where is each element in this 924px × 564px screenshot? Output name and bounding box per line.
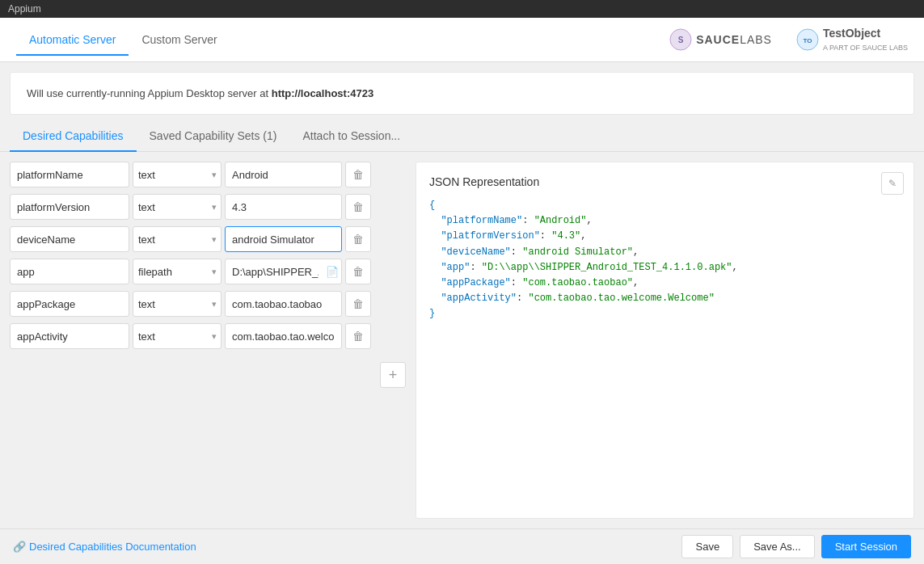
- delete-app-button[interactable]: 🗑: [345, 259, 371, 284]
- cap-type-apppackage[interactable]: textfilepathbooleannumber: [133, 291, 222, 317]
- cap-value-devicename[interactable]: [225, 226, 342, 252]
- main-content: textfilepathbooleannumber 🗑 textfilepath…: [0, 152, 924, 528]
- cap-type-wrapper-app: textfilepathbooleannumber: [133, 259, 222, 284]
- cap-type-wrapper-devicename: textfilepathbooleannumber: [133, 226, 222, 252]
- json-key-platformversion: "platformVersion": [441, 230, 539, 242]
- json-brace-open: {: [429, 200, 435, 211]
- cap-name-platformname[interactable]: [10, 162, 129, 187]
- cap-name-appactivity[interactable]: [10, 323, 129, 349]
- svg-text:TO: TO: [803, 37, 812, 44]
- capability-row-apppackage: textfilepathbooleannumber 🗑: [10, 291, 406, 317]
- cap-value-platformversion[interactable]: [225, 194, 342, 220]
- json-key-apppackage: "appPackage": [441, 277, 510, 288]
- sauce-labs-icon: S: [669, 28, 692, 51]
- json-key-platformname: "platformName": [441, 215, 522, 226]
- cap-name-app[interactable]: [10, 259, 129, 284]
- cap-type-wrapper-appactivity: textfilepathbooleannumber: [133, 323, 222, 349]
- server-tabs-bar: Automatic Server Custom Server S SAUCELA…: [0, 18, 924, 62]
- cap-type-devicename[interactable]: textfilepathbooleannumber: [133, 226, 222, 252]
- cap-value-app-container: 📄: [225, 259, 342, 284]
- json-val-devicename: "android Simulator": [522, 246, 633, 258]
- delete-apppackage-button[interactable]: 🗑: [345, 291, 371, 317]
- cap-name-apppackage[interactable]: [10, 291, 129, 317]
- tab-automatic-server[interactable]: Automatic Server: [16, 25, 129, 56]
- capabilities-panel: textfilepathbooleannumber 🗑 textfilepath…: [10, 162, 406, 519]
- save-button[interactable]: Save: [681, 535, 733, 558]
- json-key-devicename: "deviceName": [441, 246, 510, 258]
- cap-value-apppackage[interactable]: [225, 291, 342, 317]
- delete-platformname-button[interactable]: 🗑: [345, 162, 371, 187]
- save-as-button[interactable]: Save As...: [740, 535, 815, 558]
- json-key-app: "app": [441, 262, 470, 273]
- capability-tabs-bar: Desired Capabilities Saved Capability Se…: [0, 121, 924, 152]
- footer-buttons: Save Save As... Start Session: [681, 535, 911, 558]
- info-banner: Will use currently-running Appium Deskto…: [10, 72, 914, 115]
- tab-attach-to-session[interactable]: Attach to Session...: [289, 121, 413, 152]
- footer: 🔗 Desired Capabilities Documentation Sav…: [0, 528, 924, 564]
- cap-type-wrapper-platformversion: textfilepathbooleannumber: [133, 194, 222, 220]
- cap-name-platformversion[interactable]: [10, 194, 129, 220]
- json-val-app: "D:\\app\\SHIPPER_Android_TEST_4.1.1.0.a…: [482, 262, 732, 273]
- cap-type-platformversion[interactable]: textfilepathbooleannumber: [133, 194, 222, 220]
- sauce-labs-logo: S SAUCELABS: [669, 28, 772, 51]
- capability-row-platformname: textfilepathbooleannumber 🗑: [10, 162, 406, 187]
- start-session-button[interactable]: Start Session: [821, 535, 911, 558]
- add-capability-button[interactable]: +: [380, 362, 406, 388]
- file-browse-button[interactable]: 📄: [326, 266, 339, 278]
- json-panel: JSON Representation ✎ { "platformName": …: [416, 162, 914, 519]
- link-icon: 🔗: [13, 541, 26, 553]
- delete-platformversion-button[interactable]: 🗑: [345, 194, 371, 220]
- cap-value-appactivity[interactable]: [225, 323, 342, 349]
- delete-devicename-button[interactable]: 🗑: [345, 226, 371, 252]
- cap-value-platformname[interactable]: [225, 162, 342, 187]
- info-banner-text: Will use currently-running Appium Deskto…: [27, 87, 272, 99]
- capability-row-appactivity: textfilepathbooleannumber 🗑: [10, 323, 406, 349]
- app-container: Automatic Server Custom Server S SAUCELA…: [0, 18, 924, 564]
- add-capability-row: +: [10, 359, 406, 388]
- tab-saved-capability-sets[interactable]: Saved Capability Sets (1): [137, 121, 290, 152]
- json-title: JSON Representation: [429, 175, 901, 188]
- cap-type-wrapper-apppackage: textfilepathbooleannumber: [133, 291, 222, 317]
- cap-type-app[interactable]: textfilepathbooleannumber: [133, 259, 222, 284]
- testobject-icon: TO: [796, 28, 819, 51]
- tab-desired-capabilities[interactable]: Desired Capabilities: [10, 121, 137, 152]
- desired-capabilities-doc-link[interactable]: 🔗 Desired Capabilities Documentation: [13, 541, 196, 553]
- testobject-logo: TO TestObjectA PART OF SAUCE LABS: [796, 27, 908, 53]
- capability-row-devicename: textfilepathbooleannumber 🗑: [10, 226, 406, 252]
- json-val-apppackage: "com.taobao.taobao": [522, 277, 633, 288]
- capability-row-platformversion: textfilepathbooleannumber 🗑: [10, 194, 406, 220]
- json-key-appactivity: "appActivity": [441, 293, 517, 304]
- json-val-platformname: "Android": [534, 215, 587, 226]
- capability-row-app: textfilepathbooleannumber 📄 🗑: [10, 259, 406, 284]
- tab-custom-server[interactable]: Custom Server: [129, 25, 230, 56]
- json-content: { "platformName": "Android", "platformVe…: [429, 198, 901, 322]
- cap-type-platformname[interactable]: textfilepathbooleannumber: [133, 162, 222, 187]
- app-title: Appium: [8, 3, 41, 15]
- json-edit-button[interactable]: ✎: [881, 172, 904, 195]
- json-brace-close: }: [429, 308, 435, 319]
- doc-link-label: Desired Capabilities Documentation: [29, 541, 196, 553]
- cap-value-app[interactable]: [225, 259, 342, 284]
- svg-text:S: S: [678, 36, 684, 44]
- cap-name-devicename[interactable]: [10, 226, 129, 252]
- cap-type-wrapper-platformname: textfilepathbooleannumber: [133, 162, 222, 187]
- json-val-platformversion: "4.3": [551, 230, 580, 242]
- json-val-appactivity: "com.taobao.tao.welcome.Welcome": [528, 293, 714, 304]
- delete-appactivity-button[interactable]: 🗑: [345, 323, 371, 349]
- title-bar: Appium: [0, 0, 924, 18]
- server-url-link[interactable]: http://localhost:4723: [272, 87, 373, 99]
- logo-area: S SAUCELABS TO TestObjectA PART OF SAUCE…: [669, 27, 908, 53]
- cap-type-appactivity[interactable]: textfilepathbooleannumber: [133, 323, 222, 349]
